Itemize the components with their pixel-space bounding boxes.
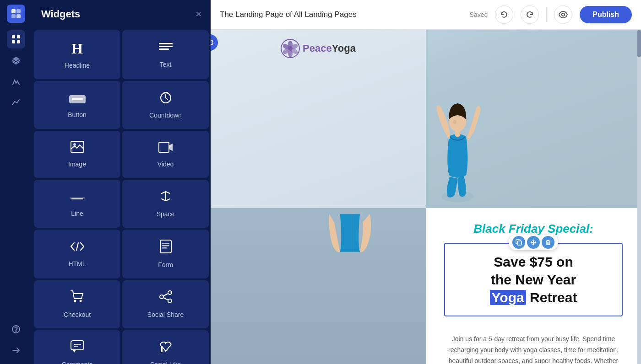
widget-form-label: Form <box>158 261 173 268</box>
saved-label: Saved <box>470 11 488 18</box>
svg-rect-33 <box>71 341 84 350</box>
comments-icon <box>71 340 84 356</box>
save-line2: the New Year <box>452 271 615 289</box>
svg-rect-19 <box>70 198 85 198</box>
form-icon <box>160 240 172 257</box>
widget-line[interactable]: Line <box>34 180 120 228</box>
widget-text-label: Text <box>160 61 172 68</box>
svg-rect-6 <box>12 40 15 43</box>
widget-social-share-label: Social Share <box>147 311 184 318</box>
countdown-icon <box>159 91 172 107</box>
svg-point-26 <box>74 300 76 302</box>
headline-text: Save $75 on the New Year Yoga Retreat <box>452 253 615 306</box>
text-icon <box>159 42 173 56</box>
svg-rect-1 <box>16 9 21 13</box>
hero-logo-area: PeaceYoga <box>211 30 426 208</box>
sidebar-item-widgets[interactable] <box>7 30 25 48</box>
widget-social-like[interactable]: Social Like <box>122 330 209 364</box>
widget-countdown[interactable]: Countdown <box>122 81 209 129</box>
sidebar-item-layers[interactable] <box>7 51 25 70</box>
svg-rect-25 <box>162 247 167 249</box>
svg-point-36 <box>562 13 565 16</box>
content-right: Black Friday Special: <box>426 208 641 364</box>
svg-rect-20 <box>71 198 83 199</box>
widget-headline[interactable]: H Headline <box>34 30 120 79</box>
publish-button[interactable]: Publish <box>580 6 632 23</box>
headline-icon: H <box>71 40 83 57</box>
widgets-grid: H Headline Text Button <box>32 28 211 364</box>
widget-form[interactable]: Form <box>122 230 209 278</box>
svg-rect-34 <box>74 344 81 345</box>
svg-line-31 <box>163 294 168 296</box>
widgets-close-button[interactable]: × <box>196 8 201 20</box>
svg-point-40 <box>453 120 456 124</box>
widget-line-label: Line <box>71 210 83 217</box>
widget-text[interactable]: Text <box>122 30 209 79</box>
widgets-title: Widgets <box>41 8 80 20</box>
headline-widget[interactable]: Save $75 on the New Year Yoga Retreat <box>444 243 623 316</box>
widget-image-label: Image <box>68 161 86 168</box>
sidebar-item-import[interactable] <box>7 341 25 359</box>
preview-button[interactable] <box>554 5 572 24</box>
yoga-word: Yoga <box>490 290 526 305</box>
sidebar-item-help[interactable] <box>7 320 25 338</box>
svg-rect-2 <box>11 14 16 18</box>
canvas-scrollbar[interactable] <box>637 30 641 364</box>
svg-rect-23 <box>162 243 169 244</box>
svg-rect-24 <box>162 245 169 246</box>
canvas-area[interactable]: PeaceYoga <box>211 30 641 364</box>
svg-point-27 <box>79 300 81 302</box>
app-logo[interactable] <box>7 5 25 23</box>
svg-rect-0 <box>11 9 16 13</box>
hero-section: PeaceYoga <box>211 30 641 208</box>
widgets-header: Widgets × <box>32 0 211 28</box>
widget-headline-label: Headline <box>65 62 90 69</box>
svg-point-29 <box>160 295 163 299</box>
widget-image[interactable]: Image <box>34 131 120 178</box>
widget-space[interactable]: Space <box>122 180 209 228</box>
svg-point-37 <box>442 191 473 203</box>
svg-rect-10 <box>159 43 173 44</box>
svg-rect-49 <box>517 241 521 245</box>
undo-button[interactable] <box>495 5 513 24</box>
peace-yoga-logo-icon <box>281 39 300 58</box>
svg-rect-4 <box>12 35 15 38</box>
sidebar-item-styles[interactable] <box>7 72 25 91</box>
widget-video[interactable]: Video <box>122 131 209 178</box>
widget-toolbar <box>509 235 558 250</box>
sidebar-item-analytics[interactable] <box>7 93 25 112</box>
widget-html[interactable]: HTML <box>34 230 120 278</box>
video-icon <box>158 141 173 156</box>
logo-yoga: Yoga <box>332 43 356 54</box>
widget-move-button[interactable] <box>527 236 540 249</box>
svg-point-48 <box>288 46 293 51</box>
redo-button[interactable] <box>521 5 539 24</box>
save-yoga-retreat: Yoga Retreat <box>452 289 615 306</box>
retreat-word: Retreat <box>526 290 577 305</box>
svg-line-21 <box>76 243 78 250</box>
svg-point-28 <box>168 291 172 294</box>
black-friday-title: Black Friday Special: <box>473 222 593 236</box>
widget-social-share[interactable]: Social Share <box>122 280 209 328</box>
social-like-icon <box>159 340 173 356</box>
widgets-panel: Widgets × H Headline Text <box>32 0 211 364</box>
checkout-icon <box>71 290 84 306</box>
logo: PeaceYoga <box>281 39 356 58</box>
icon-bar <box>0 0 32 364</box>
image-icon <box>71 141 84 156</box>
svg-rect-7 <box>17 40 20 43</box>
widget-comments[interactable]: Comments <box>34 330 120 364</box>
widget-copy-button[interactable] <box>512 236 525 249</box>
widget-button[interactable]: Button <box>34 81 120 129</box>
widget-delete-button[interactable] <box>542 236 554 249</box>
line-icon <box>70 191 85 205</box>
svg-line-32 <box>163 298 168 300</box>
canvas-page: PeaceYoga <box>211 30 641 364</box>
logo-text: PeaceYoga <box>303 43 356 54</box>
save-line1: Save $75 on <box>452 253 615 271</box>
svg-rect-18 <box>159 142 169 152</box>
svg-point-9 <box>16 331 16 331</box>
scroll-thumb[interactable] <box>637 30 641 57</box>
space-icon <box>160 190 172 206</box>
widget-checkout[interactable]: Checkout <box>34 280 120 328</box>
